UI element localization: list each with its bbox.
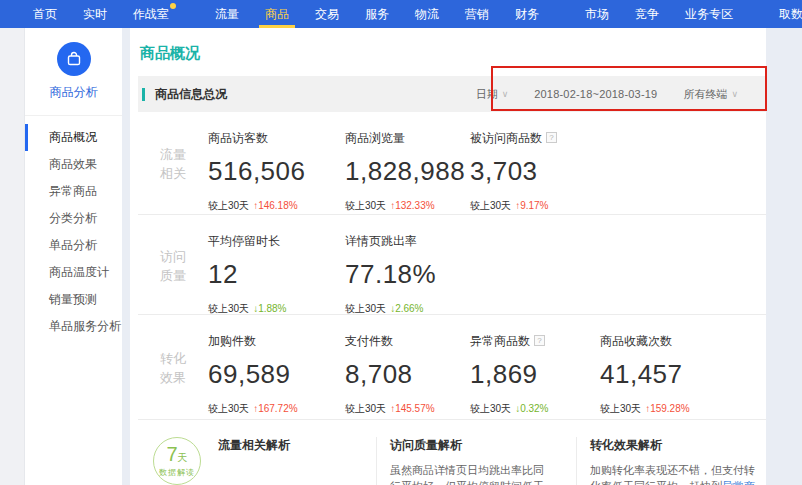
nav-item-war-room[interactable]: 作战室 <box>133 0 169 28</box>
metric-cart-adds: 加购件数 69,589 较上30天↑167.72% <box>208 331 345 405</box>
metric-group-label: 流量相关 <box>159 145 187 183</box>
nav-item-home[interactable]: 首页 <box>33 0 57 28</box>
insight-conversion: 转化效果解析 加购转化率表现还不错，但支付转化率低于同行平均，赶快到异常商品并结… <box>576 437 756 485</box>
chevron-down-icon: ∨ <box>731 89 738 99</box>
collapsed-rail <box>0 28 25 485</box>
sidebar-main-gap <box>122 28 130 485</box>
sidebar-item-goods-thermometer[interactable]: 商品温度计 <box>25 259 122 286</box>
sidebar-panel-title: 商品分析 <box>25 84 122 101</box>
section-title: 商品信息总况 <box>142 88 227 101</box>
top-nav: 首页 实时 作战室 流量 商品 交易 服务 物流 营销 财务 市场 竞争 业务专… <box>0 0 802 28</box>
shopping-bag-icon <box>57 42 91 76</box>
metric-group-label: 转化效果 <box>159 349 187 387</box>
nav-item-marketing[interactable]: 营销 <box>465 0 489 28</box>
metric-value: 12 <box>208 259 345 290</box>
metric-value: 77.18% <box>345 259 470 290</box>
nav-item-goods[interactable]: 商品 <box>265 0 289 28</box>
metric-goods-visitors: 商品访客数 516,506 较上30天↑146.18% <box>208 128 345 200</box>
seven-day-interpretation-badge: 7天 数据解读 <box>153 437 201 485</box>
sidebar-item-abnormal-goods[interactable]: 异常商品 <box>25 178 122 205</box>
nav-item-trade[interactable]: 交易 <box>315 0 339 28</box>
section-header: 商品信息总况 日期∨ 2018-02-18~2018-03-19 所有终端∨ <box>138 76 766 112</box>
chevron-down-icon: ∨ <box>502 89 509 99</box>
sidebar-item-single-item-analysis[interactable]: 单品分析 <box>25 232 122 259</box>
page-background <box>766 28 802 485</box>
metric-value: 516,506 <box>208 156 345 187</box>
metric-group-label: 访问质量 <box>159 247 187 285</box>
metric-value: 69,589 <box>208 359 345 390</box>
terminal-filter-dropdown[interactable]: 所有终端 <box>683 87 727 102</box>
metric-detail-bounce-rate: 详情页跳出率 77.18% 较上30天↓2.66% <box>345 231 470 300</box>
nav-item-logistics[interactable]: 物流 <box>415 0 439 28</box>
sidebar-item-sales-forecast[interactable]: 销量预测 <box>25 286 122 313</box>
metric-goods-favorites: 商品收藏次数 41,457 较上30天↑159.28% <box>600 331 750 405</box>
nav-item-service[interactable]: 服务 <box>365 0 389 28</box>
sidebar-item-goods-overview[interactable]: 商品概况 <box>25 124 122 151</box>
metric-value: 41,457 <box>600 359 750 390</box>
main-content: 商品概况 商品信息总况 日期∨ 2018-02-18~2018-03-19 所有… <box>130 28 766 485</box>
notification-dot-icon <box>170 3 176 9</box>
metric-value: 1,869 <box>470 359 600 390</box>
nav-item-competition[interactable]: 竞争 <box>635 0 659 28</box>
metric-visited-goods-count: 被访问商品数? 3,703 较上30天↑9.17% <box>470 128 600 200</box>
date-filter-dropdown[interactable]: 日期 <box>476 87 498 102</box>
sidebar: 商品分析 商品概况 商品效果 异常商品 分类分析 单品分析 商品温度计 销量预测… <box>25 28 122 485</box>
insights-section: 7天 数据解读 流量相关解析 访问质量解析 虽然商品详情页日均跳出率比同行平均好… <box>138 420 766 485</box>
metric-row-traffic: 流量相关 商品访客数 516,506 较上30天↑146.18% 商品浏览量 1… <box>138 112 766 215</box>
insight-visit-quality: 访问质量解析 虽然商品详情页日均跳出率比同行平均好，但平均停留时间低于同行平均，… <box>376 437 551 485</box>
help-icon[interactable]: ? <box>546 132 557 143</box>
metric-paid-items: 支付件数 8,708 较上30天↑145.57% <box>345 331 470 405</box>
metric-abnormal-goods-count: 异常商品数? 1,869 较上30天↓0.32% <box>470 331 600 405</box>
nav-item-finance[interactable]: 财务 <box>515 0 539 28</box>
metric-value: 3,703 <box>470 156 600 187</box>
metric-row-conversion: 转化效果 加购件数 69,589 较上30天↑167.72% 支付件数 8,70… <box>138 315 766 420</box>
sidebar-item-category-analysis[interactable]: 分类分析 <box>25 205 122 232</box>
metric-avg-stay-time: 平均停留时长 12 较上30天↓1.88% <box>208 231 345 300</box>
date-range-value[interactable]: 2018-02-18~2018-03-19 <box>534 88 657 100</box>
nav-item-business-zone[interactable]: 业务专区 <box>685 0 733 28</box>
nav-item-market[interactable]: 市场 <box>585 0 609 28</box>
insight-traffic: 流量相关解析 <box>218 437 376 485</box>
metric-row-visit-quality: 访问质量 平均停留时长 12 较上30天↓1.88% 详情页跳出率 77.18%… <box>138 215 766 315</box>
metric-goods-pageviews: 商品浏览量 1,828,988 较上30天↑132.33% <box>345 128 470 200</box>
sidebar-item-item-service-analysis[interactable]: 单品服务分析 <box>25 313 122 340</box>
help-icon[interactable]: ? <box>534 335 545 346</box>
page-title: 商品概况 <box>130 28 766 63</box>
metric-value: 1,828,988 <box>345 156 470 187</box>
sidebar-item-goods-effect[interactable]: 商品效果 <box>25 151 122 178</box>
nav-item-realtime[interactable]: 实时 <box>83 0 107 28</box>
nav-item-traffic[interactable]: 流量 <box>215 0 239 28</box>
metric-value: 8,708 <box>345 359 470 390</box>
nav-item-data-extract[interactable]: 取数 <box>779 0 802 28</box>
